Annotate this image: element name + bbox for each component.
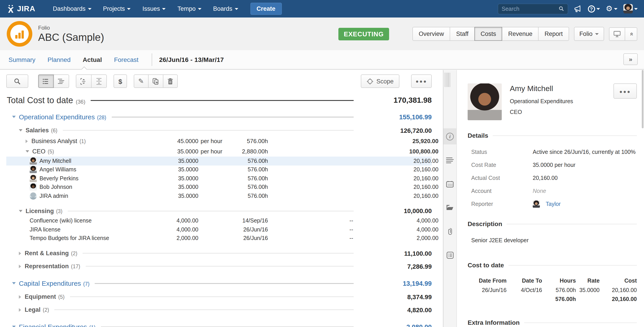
leader-line xyxy=(83,253,354,254)
tree-row-person[interactable]: Beverly Perkins35.0000576.00h20,160.00 xyxy=(6,174,432,183)
panel-scrollbar-thumb[interactable] xyxy=(642,70,644,128)
tab-costs[interactable]: Costs xyxy=(474,27,502,41)
tree-row-person[interactable]: Amy Mitchell35.0000576.00h20,160.00 xyxy=(6,157,432,165)
folio-dropdown-button[interactable]: Folio xyxy=(574,27,604,41)
expand-node-icon[interactable] xyxy=(19,265,21,268)
tree-row-item[interactable]: Tempo Budgets for JIRA license2,000.0026… xyxy=(6,234,432,243)
tree-row-sub[interactable]: Equipment(5)8,374.99 xyxy=(6,291,432,302)
collapse-node-icon[interactable] xyxy=(19,210,22,212)
collapse-node-icon[interactable] xyxy=(12,326,16,327)
admin-menu[interactable]: ⚙ xyxy=(606,5,618,12)
tree-row-sub[interactable]: Representation(17)7,286.99 xyxy=(6,261,432,272)
rail-tab-worklog[interactable] xyxy=(443,247,457,263)
view-link-forecast[interactable]: Forecast xyxy=(114,56,138,63)
collapse-header-button[interactable]: » xyxy=(625,27,637,41)
more-actions-button[interactable]: ●●● xyxy=(411,74,432,88)
tree-row-sub[interactable]: Rent & Leasing(2)11,100.00 xyxy=(6,248,432,259)
tab-revenue[interactable]: Revenue xyxy=(502,27,539,41)
nav-menu-tempo[interactable]: Tempo xyxy=(178,5,202,12)
tree-row-count: (36) xyxy=(76,98,86,105)
date-range[interactable]: 26/Jun/16 - 13/Mar/17 xyxy=(159,56,224,63)
copy-move-button[interactable] xyxy=(148,74,163,88)
rail-tab-schedule[interactable] xyxy=(443,176,457,192)
tree-row-person[interactable]: JIRA admin35.0000576.00h20,160.00 xyxy=(6,192,432,200)
tree-row-sub[interactable]: Legal(2)4,820.00 xyxy=(6,304,432,315)
reporter-link[interactable]: Taylor xyxy=(546,201,561,207)
tree-row-sub[interactable]: Salaries(6)126,720.00 xyxy=(6,125,432,136)
search-input[interactable] xyxy=(502,5,559,12)
tree-row-title: JIRA license xyxy=(30,227,60,233)
tree-row-title: Angel Williams xyxy=(40,167,76,173)
tree-row-item[interactable]: JIRA license4,000.0026/Jun/16--4,000.00 xyxy=(6,225,432,234)
view-link-actual[interactable]: Actual xyxy=(83,56,102,63)
rail-tab-details[interactable]: i xyxy=(443,128,457,144)
global-search-box[interactable] xyxy=(498,3,568,14)
nav-menu-issues[interactable]: Issues xyxy=(142,5,166,12)
user-avatar xyxy=(30,166,37,173)
currency-toggle-button[interactable]: $ xyxy=(114,74,127,88)
hours-value: 576.00h xyxy=(223,175,286,182)
tree-row-staff[interactable]: CEO(5)35.0000per hour2,880.00h100,800.00 xyxy=(6,146,432,157)
jira-logo[interactable]: JIRA xyxy=(6,4,35,13)
scope-button[interactable]: Scope xyxy=(361,74,400,88)
help-menu[interactable] xyxy=(588,5,600,12)
collapse-node-icon[interactable] xyxy=(26,150,29,153)
tree-row-cat[interactable]: Capital Expenditures(7)13,194.99 xyxy=(6,277,432,289)
search-button[interactable] xyxy=(6,74,28,88)
create-button[interactable]: Create xyxy=(250,3,282,15)
tab-staff[interactable]: Staff xyxy=(450,27,475,41)
rail-tab-description[interactable] xyxy=(443,152,457,168)
expand-node-icon[interactable] xyxy=(19,295,21,299)
cost-value: 8,374.99 xyxy=(360,293,432,300)
tree-row-title: Total Cost to date xyxy=(7,95,73,105)
tree-row-label-area: Licensing(3) xyxy=(6,207,62,214)
panel-resize-handle[interactable] xyxy=(443,72,450,87)
list-view-icon xyxy=(43,78,49,84)
rate-value: 35.0000 xyxy=(158,175,198,182)
rate-value: 35.0000 xyxy=(158,193,198,199)
tree-row-cat[interactable]: Financial Expenditures(1)2,080.00 xyxy=(6,321,432,327)
collapse-node-icon[interactable] xyxy=(12,282,16,284)
presentation-mode-button[interactable] xyxy=(609,27,625,41)
flat-list-view-button[interactable] xyxy=(38,74,54,88)
expand-node-icon[interactable] xyxy=(19,251,21,255)
calendar-icon xyxy=(446,181,454,187)
cost-value: 20,160.00 xyxy=(367,193,438,199)
collapse-all-button[interactable] xyxy=(92,74,107,88)
collapse-node-icon[interactable] xyxy=(12,116,16,118)
view-link-summary[interactable]: Summary xyxy=(8,56,36,63)
tree-row-item[interactable]: Confluence (wiki) license4,000.0014/Sep/… xyxy=(6,216,432,225)
panel-more-actions-button[interactable]: ●●● xyxy=(614,83,637,99)
collapse-node-icon[interactable] xyxy=(19,129,22,131)
tree-row-person[interactable]: Angel Williams35.0000576.00h20,160.00 xyxy=(6,165,432,174)
expand-node-icon[interactable] xyxy=(26,139,28,143)
folio-tabs: Overview Staff Costs Revenue Report xyxy=(412,27,569,41)
delete-button[interactable] xyxy=(163,74,178,88)
tree-row-cat[interactable]: Operational Expenditures(28)155,106.99 xyxy=(6,111,432,123)
tab-overview[interactable]: Overview xyxy=(412,27,450,41)
view-link-planned[interactable]: Planned xyxy=(48,56,71,63)
rail-tab-attachments[interactable] xyxy=(443,223,457,240)
expand-sidebar-button[interactable]: » xyxy=(623,53,638,65)
tree-row-total[interactable]: Total Cost to date(36)170,381.98 xyxy=(6,93,432,108)
nav-menu-dashboards[interactable]: Dashboards xyxy=(53,5,91,12)
announcements-button[interactable] xyxy=(574,5,582,12)
monitor-icon xyxy=(614,31,621,37)
tree-row-person[interactable]: Bob Johnson35.0000576.00h20,160.00 xyxy=(6,183,432,192)
rail-tab-files[interactable] xyxy=(443,200,457,216)
nav-menu-boards[interactable]: Boards xyxy=(213,5,238,12)
tree-list-view-button[interactable] xyxy=(54,74,69,88)
tree-row-sub[interactable]: Licensing(3)10,000.00 xyxy=(6,205,432,216)
nav-menu-projects[interactable]: Projects xyxy=(103,5,131,12)
rate-value: 4,000.00 xyxy=(158,218,198,224)
expand-all-button[interactable] xyxy=(76,74,92,88)
user-menu[interactable] xyxy=(623,4,638,13)
tab-report[interactable]: Report xyxy=(539,27,569,41)
cost-value: 7,286.99 xyxy=(360,263,432,270)
tree-row-staff[interactable]: Business Analyst(1)45.0000per hour576.00… xyxy=(6,136,432,146)
leader-line xyxy=(70,297,354,297)
reporter-avatar xyxy=(533,200,540,207)
expand-node-icon[interactable] xyxy=(19,308,21,312)
tree-row-label-area: Salaries(6) xyxy=(6,127,58,134)
edit-button[interactable]: ✎ xyxy=(134,74,148,88)
